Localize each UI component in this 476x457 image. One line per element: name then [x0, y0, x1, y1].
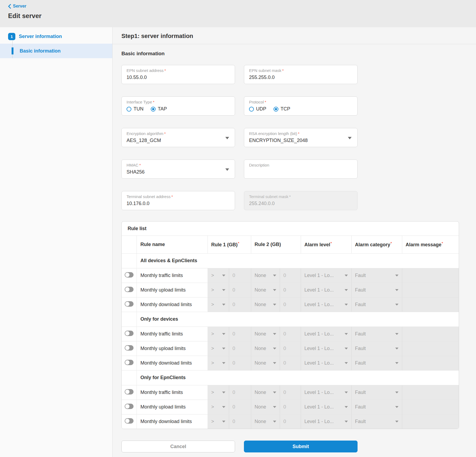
field-label: Interface Type*	[127, 100, 230, 104]
field-encryption-algorithm[interactable]: Encryption algorithm*AES_128_GCM	[121, 128, 235, 147]
rule1-operator-select-value: >	[211, 404, 214, 410]
dropdown-caret-icon	[345, 304, 348, 306]
rule2-operator-select-value: None	[255, 287, 266, 293]
dropdown-caret-icon	[345, 421, 348, 423]
alarm-message-input	[402, 341, 459, 356]
field-epn-subnet-address[interactable]: EPN subnet address*10.55.0.0	[121, 65, 235, 84]
field-input-value: 255.240.0.0	[249, 201, 352, 206]
rule2-value-input: 0	[280, 341, 301, 356]
field-protocol[interactable]: Protocol*UDPTCP	[244, 96, 358, 116]
required-asterisk: *	[164, 131, 166, 136]
rule-toggle[interactable]	[125, 345, 134, 351]
rule-toggle[interactable]	[125, 389, 134, 394]
select-value[interactable]: SHA256	[127, 169, 230, 175]
dropdown-caret-icon	[273, 421, 276, 423]
rule2-operator-select-value: None	[255, 331, 266, 337]
alarm-category-select-wrap: Fault	[355, 390, 398, 395]
required-asterisk: *	[139, 163, 141, 167]
rule-toggle[interactable]	[125, 360, 134, 365]
rule1-operator-select: >	[208, 341, 229, 356]
step-label: Server information	[19, 34, 62, 39]
rule-name: Monthly download limits	[136, 297, 208, 312]
rule-row: Monthly traffic limits>0None0Level 1 - L…	[122, 268, 459, 283]
rule-toggle-cell	[122, 414, 136, 429]
rule-toggle-cell	[122, 341, 136, 356]
alarm-level-select-value: Level 1 - Lo...	[304, 331, 334, 337]
dropdown-caret-icon	[273, 348, 276, 349]
back-link[interactable]: Server	[8, 4, 26, 9]
field-description[interactable]: Description	[244, 160, 358, 179]
field-label: Description	[249, 163, 352, 167]
radio-unselected-icon[interactable]	[127, 107, 131, 112]
alarm-level-select: Level 1 - Lo...	[301, 327, 351, 341]
select-value[interactable]: ENCRYPTION_SIZE_2048	[249, 138, 352, 143]
radio-selected-icon[interactable]	[274, 107, 278, 112]
rule-toggle[interactable]	[125, 301, 134, 307]
rule-toggle[interactable]	[125, 287, 134, 292]
field-label: RSA encryption length (bit)*	[249, 131, 352, 136]
rule1-operator-select: >	[208, 400, 229, 414]
alarm-category-select: Fault	[351, 341, 402, 356]
dropdown-caret-icon	[273, 362, 276, 364]
rule-toggle[interactable]	[125, 272, 134, 278]
field-hmac[interactable]: HMAC*SHA256	[121, 160, 235, 179]
column-header-alarm-message: Alarm message*	[402, 236, 459, 253]
rule2-value-input: 0	[280, 400, 301, 414]
rule-name: Monthly upload limits	[136, 341, 208, 356]
rule1-operator-select: >	[208, 385, 229, 400]
rule-toggle[interactable]	[125, 404, 134, 409]
toggle-knob	[125, 346, 130, 350]
sidebar-item-basic-information[interactable]: Basic information	[0, 44, 112, 58]
alarm-category-select-value: Fault	[355, 302, 366, 307]
rule-toggle-cell	[122, 297, 136, 312]
rule2-operator-select-value: None	[255, 346, 266, 351]
dropdown-caret-icon	[222, 392, 225, 393]
rule2-operator-select-wrap: None	[255, 419, 276, 424]
required-asterisk: *	[238, 241, 239, 245]
field-label-text: Interface Type	[127, 100, 152, 104]
field-interface-type[interactable]: Interface Type*TUNTAP	[121, 96, 235, 116]
rule1-operator-select-value: >	[211, 360, 214, 366]
radio-udp[interactable]: UDP	[249, 106, 266, 112]
field-input-value[interactable]: 10.55.0.0	[127, 75, 230, 80]
rule2-operator-select-value: None	[255, 419, 266, 424]
field-input-value[interactable]	[249, 169, 352, 175]
required-asterisk: *	[442, 241, 443, 245]
toggle-knob	[125, 390, 130, 394]
radio-tun[interactable]: TUN	[127, 106, 144, 112]
rule-toggle-cell	[122, 268, 136, 283]
field-rsa-encryption-length-bit[interactable]: RSA encryption length (bit)*ENCRYPTION_S…	[244, 128, 358, 147]
sidebar-item-server-information[interactable]: 1 Server information	[0, 30, 112, 43]
form-grid: EPN subnet address*10.55.0.0EPN subnet m…	[121, 65, 476, 210]
alarm-level-select-value: Level 1 - Lo...	[304, 390, 334, 395]
dropdown-caret-icon	[222, 289, 225, 291]
rule-row: Monthly download limits>0None0Level 1 - …	[122, 414, 459, 429]
alarm-message-input	[402, 356, 459, 370]
rule1-operator-select-wrap: >	[211, 302, 225, 307]
field-input-value[interactable]: 255.255.0.0	[249, 75, 352, 80]
select-value[interactable]: AES_128_GCM	[127, 138, 230, 143]
radio-unselected-icon[interactable]	[249, 107, 254, 112]
alarm-message-input	[402, 327, 459, 341]
field-label-text: Protocol	[249, 100, 264, 104]
cancel-button[interactable]: Cancel	[121, 441, 235, 452]
dropdown-caret-icon	[273, 304, 276, 306]
toggle-knob	[125, 404, 130, 408]
radio-selected-icon[interactable]	[151, 107, 156, 112]
submit-button[interactable]: Submit	[244, 441, 358, 452]
rule1-value-input: 0	[229, 356, 251, 370]
dropdown-caret-icon	[345, 362, 348, 364]
radio-tap[interactable]: TAP	[151, 106, 167, 112]
field-terminal-subnet-address[interactable]: Terminal subnet address*10.176.0.0	[121, 191, 235, 210]
field-label-text: HMAC	[127, 163, 138, 167]
alarm-category-select: Fault	[351, 297, 402, 312]
dropdown-caret-icon	[395, 333, 398, 335]
column-header-rule-2-gb: Rule 2 (GB)	[251, 236, 301, 253]
field-epn-subnet-mask[interactable]: EPN subnet mask*255.255.0.0	[244, 65, 358, 84]
field-input-value[interactable]: 10.176.0.0	[127, 201, 230, 206]
radio-tcp[interactable]: TCP	[274, 106, 290, 112]
rule1-operator-select: >	[208, 297, 229, 312]
rule2-operator-select-wrap: None	[255, 346, 276, 351]
rule-toggle[interactable]	[125, 418, 134, 424]
rule-toggle[interactable]	[125, 331, 134, 336]
